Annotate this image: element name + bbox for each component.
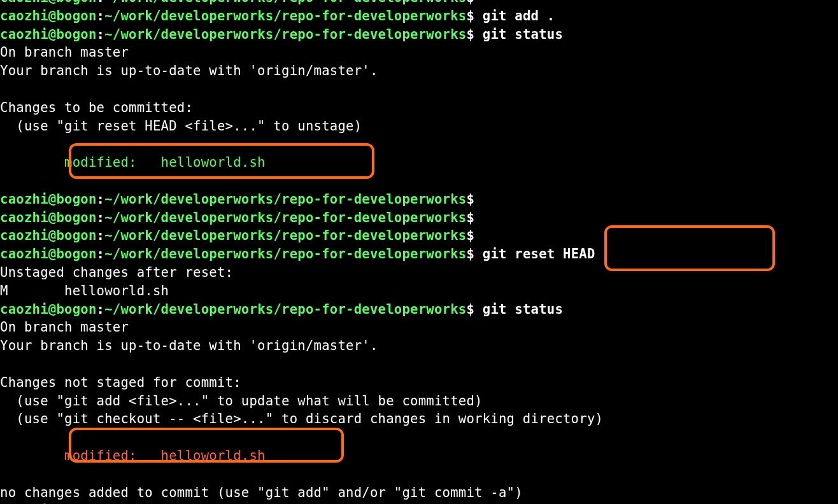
output-line: (use "git add <file>..." to update what … bbox=[0, 393, 483, 409]
prompt-user-host: caozhi@bogon bbox=[0, 228, 97, 243]
command-text: git add . bbox=[483, 8, 555, 24]
prompt-path: ~/work/developerworks/repo-for-developer… bbox=[104, 0, 466, 5]
output-line: Unstaged changes after reset: bbox=[0, 265, 233, 280]
staged-file-line: modified: helloworld.sh bbox=[0, 155, 266, 170]
prompt-user-host: caozhi@bogon bbox=[0, 246, 97, 262]
prompt-dollar: $ bbox=[466, 210, 474, 225]
prompt-path: ~/work/developerworks/repo-for-developer… bbox=[104, 27, 466, 42]
prompt-dollar: $ bbox=[466, 246, 474, 262]
prompt-user-host: caozhi@bogon bbox=[0, 27, 97, 42]
prompt-user-host: caozhi@bogon bbox=[0, 210, 97, 225]
output-line: On branch master bbox=[0, 319, 129, 335]
command-text: git reset HEAD bbox=[483, 246, 595, 262]
output-line: no changes added to commit (use "git add… bbox=[0, 485, 523, 500]
output-line: Your branch is up-to-date with 'origin/m… bbox=[0, 63, 378, 78]
prompt-user-host: caozhi@bogon bbox=[0, 0, 97, 5]
prompt-path: ~/work/developerworks/repo-for-developer… bbox=[104, 192, 466, 207]
prompt-colon: : bbox=[97, 246, 105, 262]
prompt-path: ~/work/developerworks/repo-for-developer… bbox=[104, 246, 466, 262]
output-line: On branch master bbox=[0, 45, 129, 60]
prompt-path: ~/work/developerworks/repo-for-developer… bbox=[104, 302, 466, 317]
output-line: M helloworld.sh bbox=[0, 283, 169, 298]
prompt-dollar: $ bbox=[466, 192, 474, 207]
prompt-colon: : bbox=[97, 8, 105, 24]
terminal-output[interactable]: caozhi@bogon:~/work/developerworks/repo-… bbox=[0, 0, 838, 504]
prompt-user-host: caozhi@bogon bbox=[0, 302, 97, 317]
output-line: Changes to be committed: bbox=[0, 100, 193, 115]
prompt-dollar: $ bbox=[466, 8, 474, 24]
prompt-dollar: $ bbox=[466, 0, 474, 5]
output-line: Your branch is up-to-date with 'origin/m… bbox=[0, 338, 378, 353]
prompt-user-host: caozhi@bogon bbox=[0, 192, 97, 207]
prompt-path: ~/work/developerworks/repo-for-developer… bbox=[104, 8, 466, 24]
command-text: git status bbox=[483, 302, 563, 317]
prompt-colon: : bbox=[97, 302, 105, 317]
prompt-dollar: $ bbox=[466, 228, 474, 243]
prompt-colon: : bbox=[97, 0, 105, 5]
command-text: git status bbox=[483, 27, 563, 42]
prompt-colon: : bbox=[97, 27, 105, 42]
prompt-colon: : bbox=[97, 192, 105, 207]
output-line: (use "git reset HEAD <file>..." to unsta… bbox=[0, 118, 362, 134]
prompt-path: ~/work/developerworks/repo-for-developer… bbox=[104, 228, 466, 243]
prompt-colon: : bbox=[97, 228, 105, 243]
unstaged-file-line: modified: helloworld.sh bbox=[0, 448, 266, 463]
prompt-colon: : bbox=[97, 210, 105, 225]
prompt-dollar: $ bbox=[466, 302, 474, 317]
output-line: (use "git checkout -- <file>..." to disc… bbox=[0, 411, 603, 426]
output-line: Changes not staged for commit: bbox=[0, 375, 241, 390]
prompt-dollar: $ bbox=[466, 27, 474, 42]
prompt-user-host: caozhi@bogon bbox=[0, 8, 97, 24]
prompt-path: ~/work/developerworks/repo-for-developer… bbox=[104, 210, 466, 225]
